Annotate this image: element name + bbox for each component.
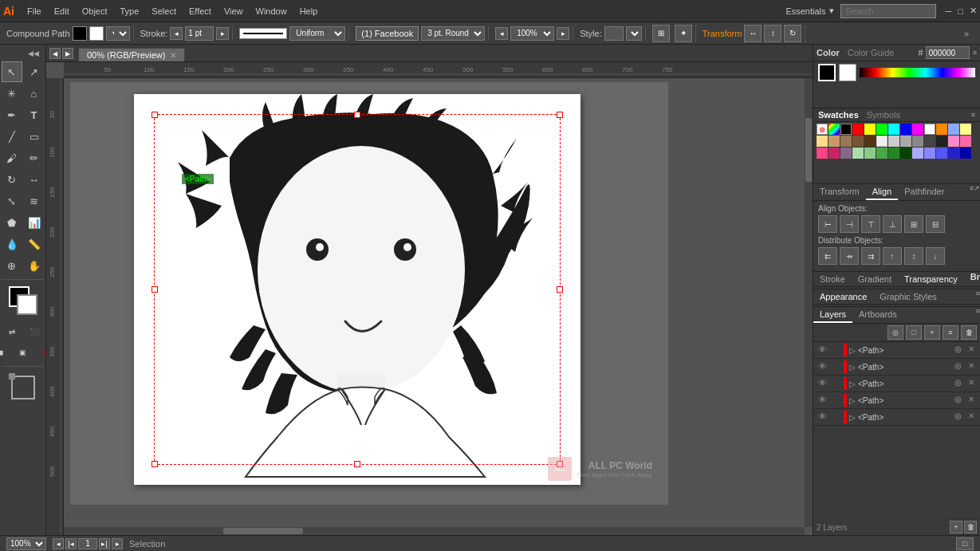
layer-3-delete-btn[interactable]: ✕ [966, 378, 977, 389]
toolbar-expand-btn[interactable]: » [964, 29, 977, 38]
menu-edit[interactable]: Edit [48, 5, 76, 18]
direct-select-tool-btn[interactable]: ↗ [24, 61, 45, 82]
dist-top-btn[interactable]: ↑ [883, 247, 902, 265]
stroke-weight-dropdown[interactable]: ▾ [106, 26, 130, 41]
swatch-royalblue[interactable] [948, 148, 959, 159]
appearance-tab[interactable]: Appearance [813, 289, 873, 304]
menu-file[interactable]: File [21, 5, 48, 18]
pencil-tool-btn[interactable]: ✏ [24, 148, 45, 168]
align-right-btn[interactable]: ⊤ [861, 215, 880, 233]
panel-collapse-btn[interactable]: ◀◀ [7, 48, 39, 59]
reflect-tool-btn[interactable]: ↔ [24, 169, 45, 190]
swatches-tab[interactable]: Swatches [818, 110, 859, 120]
swatch-rose[interactable] [817, 148, 828, 159]
swatch-black[interactable] [840, 124, 852, 135]
stroke-decrease-btn[interactable]: ◂ [170, 27, 183, 40]
align-panel-expand-btn[interactable]: ↗ [974, 184, 980, 200]
zoom-select[interactable]: 100% [510, 26, 554, 41]
layer-4-target[interactable]: ◎ [952, 395, 963, 406]
swatch-midgray[interactable] [900, 136, 911, 147]
color-value-input[interactable] [926, 46, 970, 59]
canvas-tab-close[interactable]: ✕ [170, 51, 176, 60]
swatch-verydarkbrown[interactable] [864, 136, 876, 147]
zoom-status-select[interactable]: 100% [6, 537, 46, 550]
align-top-btn[interactable]: ⊥ [883, 215, 902, 233]
swatch-brightblue[interactable] [936, 148, 947, 159]
artboard-toggle-btn[interactable]: □ [956, 537, 974, 550]
dist-right-btn[interactable]: ⇉ [861, 247, 880, 265]
prev-page-btn[interactable]: ◂ [53, 538, 64, 549]
swatch-gray[interactable] [888, 136, 899, 147]
close-button[interactable]: ✕ [970, 6, 977, 16]
layer-1-delete-btn[interactable]: ✕ [966, 344, 977, 356]
appearance-menu-btn[interactable]: ≡ [976, 289, 980, 304]
maximize-button[interactable]: □ [958, 6, 963, 16]
stroke-color-swatch[interactable] [89, 26, 104, 41]
artboards-tab[interactable]: Artboards [852, 307, 903, 323]
swatch-blue[interactable] [900, 124, 911, 135]
swatch-medgreen[interactable] [864, 148, 876, 159]
stroke-tab-brushes[interactable]: Stroke [813, 272, 852, 286]
layer-row-5[interactable]: 👁 ▷ <Path> ◎ ✕ [813, 409, 980, 426]
align-center-v-btn[interactable]: ⊞ [904, 215, 923, 233]
swatch-brown[interactable] [840, 136, 852, 147]
scrollbar-thumb-h[interactable] [223, 528, 303, 534]
layer-row-3[interactable]: 👁 ▷ <Path> ◎ ✕ [813, 376, 980, 392]
layer-2-target[interactable]: ◎ [952, 361, 963, 372]
fill-color-swatch[interactable] [73, 26, 87, 41]
style-select[interactable] [626, 26, 642, 41]
make-clipping-btn[interactable]: □ [906, 325, 922, 340]
dist-center-v-btn[interactable]: ↕ [904, 247, 923, 265]
dist-center-h-btn[interactable]: ⇸ [840, 247, 859, 265]
zoom-decrease-btn[interactable]: ◂ [495, 27, 508, 40]
pen-tool-btn[interactable]: ✒ [2, 104, 22, 125]
graphic-styles-tab[interactable]: Graphic Styles [873, 289, 943, 304]
swatch-lavender[interactable] [912, 148, 923, 159]
swatch-forestgreen[interactable] [888, 148, 899, 159]
swatch-darkrose[interactable] [828, 148, 840, 159]
swatch-vdarkgray[interactable] [924, 136, 935, 147]
type-tool-btn[interactable]: T [24, 104, 45, 125]
layer-3-lock-btn[interactable] [830, 378, 841, 389]
swatch-darkgreen[interactable] [900, 148, 911, 159]
align-left-btn[interactable]: ⊢ [818, 215, 837, 233]
layer-2-delete-btn[interactable]: ✕ [966, 361, 977, 372]
layer-5-visibility-btn[interactable]: 👁 [817, 411, 828, 423]
swatch-lightgray[interactable] [876, 136, 888, 147]
layer-4-delete-btn[interactable]: ✕ [966, 395, 977, 406]
menu-window[interactable]: Window [250, 5, 293, 18]
stroke-increase-btn[interactable]: ▸ [216, 27, 229, 40]
page-number-input[interactable] [78, 538, 97, 549]
layer-5-target[interactable]: ◎ [952, 411, 963, 423]
swatch-red[interactable] [852, 124, 864, 135]
background-color[interactable] [17, 294, 37, 315]
swatch-none[interactable]: ⊗ [817, 124, 828, 135]
workspace-dropdown-icon[interactable]: ▾ [829, 6, 834, 16]
menu-type[interactable]: Type [114, 5, 146, 18]
search-input[interactable] [840, 4, 936, 18]
hand-tool-btn[interactable]: ✋ [24, 255, 45, 276]
symbols-tab[interactable]: Symbols [867, 110, 900, 120]
swatch-periwinkle[interactable] [924, 148, 935, 159]
zoom-tool-btn[interactable]: ⊕ [2, 255, 22, 276]
align-icon[interactable]: ⊞ [652, 25, 670, 42]
selection-tool-btn[interactable]: ↖ [2, 61, 22, 82]
tool-btn-2[interactable]: ✦ [675, 25, 692, 42]
swatch-darkbrown[interactable] [852, 136, 864, 147]
canvas-scroll-area[interactable]: 50 100 150 200 250 300 350 400 450 500 5… [46, 62, 813, 535]
layers-tab[interactable]: Layers [813, 307, 852, 323]
color-tab[interactable]: Color [817, 48, 840, 57]
color-gradient-bar[interactable] [860, 68, 975, 77]
new-sublayer-btn[interactable]: + [924, 325, 940, 340]
new-layer-btn[interactable]: ≡ [943, 325, 958, 340]
layer-2-lock-btn[interactable] [830, 361, 841, 372]
layer-5-lock-btn[interactable] [830, 411, 841, 423]
zoom-increase-btn[interactable]: ▸ [557, 27, 569, 40]
menu-view[interactable]: View [218, 5, 250, 18]
layer-1-target[interactable]: ◎ [952, 344, 963, 356]
flip-h-btn[interactable]: ↔ [744, 25, 762, 42]
stroke-weight-input[interactable] [185, 26, 214, 41]
blend-tool-btn[interactable]: ⬟ [2, 212, 22, 233]
new-layer-bottom-btn[interactable]: + [950, 521, 962, 533]
align-center-h-btn[interactable]: ⊣ [840, 215, 859, 233]
